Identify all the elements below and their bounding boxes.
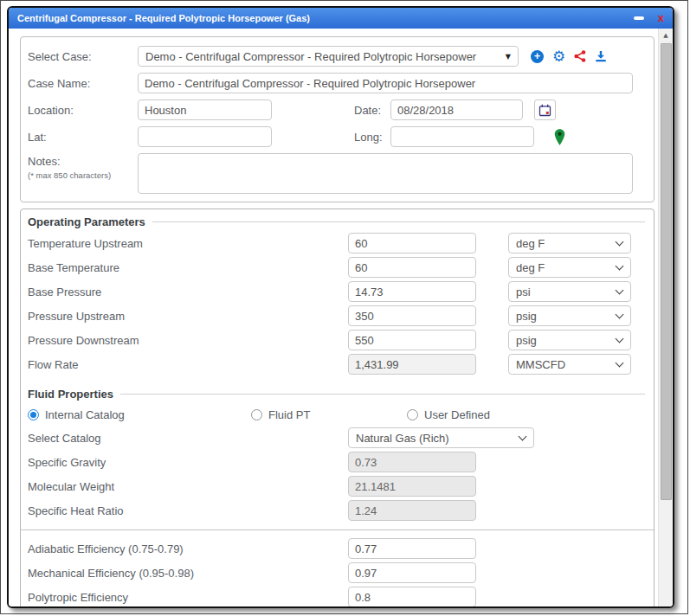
adiabatic-efficiency-row: Adiabatic Efficiency (0.75-0.79) [28, 536, 645, 561]
select-case-value: Demo - Centrifugal Compressor - Required… [145, 50, 500, 63]
radio-internal-catalog[interactable]: Internal Catalog [28, 408, 251, 421]
param-row-base-pressure: Base Pressure psi [28, 279, 645, 304]
case-action-icons: + ⚙ [531, 50, 607, 63]
form-area: Select Case: Demo - Centrifugal Compress… [9, 29, 658, 606]
chevron-down-icon [616, 334, 624, 343]
scrollbar-thumb[interactable] [661, 43, 672, 500]
chevron-down-icon [519, 432, 527, 440]
date-input[interactable] [390, 99, 523, 120]
operating-parameters-legend: Operating Parameters [28, 215, 145, 228]
adiabatic-efficiency-input[interactable] [348, 538, 476, 559]
select-catalog-row: Select Catalog Natural Gas (Rich) [28, 426, 645, 450]
pressure-upstream-input[interactable] [348, 305, 476, 326]
long-input[interactable] [390, 126, 534, 147]
pressure-downstream-unit-select[interactable]: psig [508, 330, 631, 350]
dialog-titlebar: Centrifugal Compressor - Required Polytr… [9, 8, 673, 29]
select-case-label: Select Case: [28, 50, 138, 63]
specific-heat-ratio-input [348, 500, 476, 521]
vertical-scrollbar[interactable]: ▲ [658, 29, 673, 606]
radio-unselected-icon [407, 409, 418, 420]
download-icon[interactable] [595, 50, 607, 63]
radio-selected-icon [28, 409, 39, 420]
select-catalog-label: Select Catalog [28, 432, 348, 445]
molecular-weight-row: Molecular Weight [28, 474, 645, 498]
calendar-icon[interactable] [534, 99, 556, 120]
screenshot-frame: Centrifugal Compressor - Required Polytr… [0, 0, 688, 614]
mechanical-efficiency-row: Mechanical Efficiency (0.95-0.98) [28, 561, 645, 585]
fluid-source-radio-group: Internal Catalog Fluid PT User Defined [28, 403, 645, 426]
param-row-temperature-upstream: Temperature Upstream deg F [28, 231, 645, 255]
temperature-upstream-unit-select[interactable]: deg F [508, 233, 631, 253]
date-label: Date: [354, 104, 390, 117]
long-label: Long: [354, 131, 390, 144]
polytropic-efficiency-row: Polytropic Efficiency [28, 585, 645, 608]
select-case-dropdown[interactable]: Demo - Centrifugal Compressor - Required… [138, 46, 519, 67]
specific-heat-ratio-row: Specific Heat Ratio [28, 498, 645, 523]
polytropic-efficiency-input[interactable] [348, 587, 476, 607]
settings-gear-icon[interactable]: ⚙ [552, 50, 565, 63]
flow-rate-input[interactable] [348, 354, 476, 375]
specific-gravity-input [348, 452, 476, 472]
location-input[interactable] [138, 99, 272, 120]
specific-gravity-row: Specific Gravity [28, 450, 645, 474]
flow-rate-unit-select[interactable]: MMSCFD [508, 354, 631, 375]
scroll-up-icon[interactable]: ▲ [659, 29, 673, 42]
dialog-title: Centrifugal Compressor - Required Polytr… [17, 13, 634, 23]
notes-label: Notes: [28, 155, 138, 168]
chevron-down-icon [616, 237, 624, 246]
pressure-upstream-unit-select[interactable]: psig [508, 305, 631, 326]
parameters-panel: Operating Parameters Temperature Upstrea… [20, 209, 655, 608]
notes-hint: (* max 850 characters) [28, 170, 138, 180]
dropdown-arrow-icon: ▼ [506, 53, 511, 61]
location-label: Location: [28, 104, 138, 117]
lat-label: Lat: [28, 131, 138, 144]
base-temperature-input[interactable] [348, 257, 476, 278]
dialog-content: Select Case: Demo - Centrifugal Compress… [9, 29, 673, 606]
lat-long-row: Lat: Long: [28, 126, 642, 147]
select-catalog-dropdown[interactable]: Natural Gas (Rich) [348, 427, 534, 448]
param-row-base-temperature: Base Temperature deg F [28, 255, 645, 279]
share-icon[interactable] [574, 50, 586, 62]
base-pressure-input[interactable] [348, 281, 476, 302]
chevron-down-icon [616, 358, 624, 367]
operating-parameters-section: Operating Parameters Temperature Upstrea… [21, 209, 654, 382]
efficiency-section: Adiabatic Efficiency (0.75-0.79) Mechani… [21, 530, 654, 608]
select-case-row: Select Case: Demo - Centrifugal Compress… [28, 46, 642, 67]
dialog-window: Centrifugal Compressor - Required Polytr… [7, 6, 674, 608]
temperature-upstream-input[interactable] [348, 233, 476, 253]
chevron-down-icon [616, 286, 624, 294]
radio-unselected-icon [251, 409, 262, 420]
chevron-down-icon [616, 261, 624, 270]
radio-user-defined[interactable]: User Defined [407, 408, 490, 421]
pressure-downstream-input[interactable] [348, 330, 476, 350]
base-pressure-unit-select[interactable]: psi [508, 281, 631, 302]
radio-fluid-pt[interactable]: Fluid PT [251, 408, 407, 421]
close-icon[interactable]: x [658, 13, 664, 23]
notes-row: Notes: (* max 850 characters) [28, 153, 642, 194]
case-name-row: Case Name: [28, 73, 642, 93]
notes-textarea[interactable] [138, 153, 633, 194]
location-date-row: Location: Date: [28, 99, 642, 120]
map-pin-icon[interactable] [553, 129, 566, 145]
minimize-icon[interactable] [634, 16, 644, 20]
case-name-label: Case Name: [28, 77, 138, 90]
fluid-properties-legend: Fluid Properties [28, 388, 113, 401]
molecular-weight-input [348, 476, 476, 497]
mechanical-efficiency-input[interactable] [348, 562, 476, 583]
add-case-icon[interactable]: + [531, 50, 544, 63]
base-temperature-unit-select[interactable]: deg F [508, 257, 631, 278]
lat-input[interactable] [138, 126, 272, 147]
case-name-input[interactable] [138, 73, 633, 93]
param-row-pressure-upstream: Pressure Upstream psig [28, 304, 645, 328]
fluid-properties-section: Fluid Properties Internal Catalog Fluid … [21, 382, 654, 530]
param-row-pressure-downstream: Pressure Downstream psig [28, 328, 645, 352]
case-info-panel: Select Case: Demo - Centrifugal Compress… [20, 36, 655, 202]
param-row-flow-rate: Flow Rate MMSCFD [28, 352, 645, 376]
chevron-down-icon [616, 310, 624, 318]
